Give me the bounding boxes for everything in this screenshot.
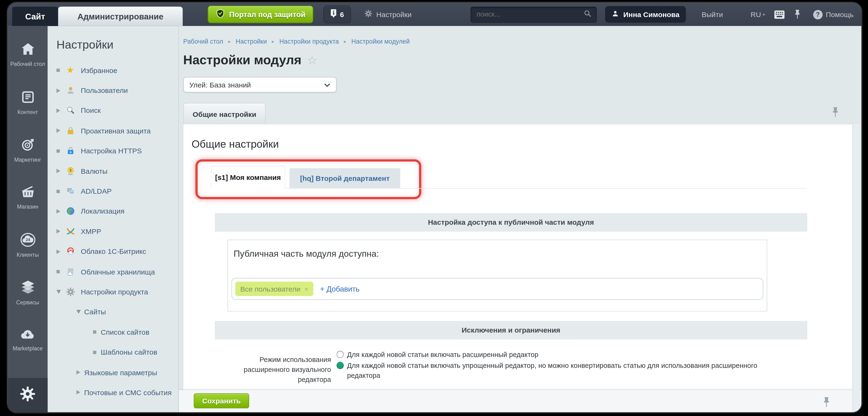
gear-icon: [64, 287, 76, 296]
sidebar-settings-gear[interactable]: [8, 378, 48, 412]
topbar-settings[interactable]: Настройки: [364, 9, 411, 20]
tab-site-hq[interactable]: [hq] Второй департамент: [289, 168, 400, 188]
search-icon[interactable]: [583, 9, 592, 20]
menu-item-adldap[interactable]: AD/LDAP: [57, 181, 178, 201]
triangle-right-bullet: [57, 209, 64, 214]
menu-item-users[interactable]: Пользователи: [57, 81, 178, 100]
module-select[interactable]: Улей: База знаний: [183, 77, 337, 92]
security-status-button[interactable]: Портал под защитой: [208, 5, 313, 23]
menu-item-currencies[interactable]: $ Валюты: [57, 161, 178, 181]
tab-general-settings[interactable]: Общие настройки: [183, 103, 266, 124]
menu-item-https[interactable]: s Настройка HTTPS: [57, 141, 178, 161]
menu-item-label: Список сайтов: [101, 328, 149, 337]
pin-icon[interactable]: [832, 107, 839, 120]
menu-item-language-params[interactable]: Языковые параметры: [76, 362, 178, 383]
breadcrumb-desktop[interactable]: Рабочий стол: [183, 38, 223, 45]
scrollbar-track[interactable]: [852, 124, 860, 412]
access-tag: Все пользователи ×: [235, 282, 313, 296]
menu-item-product-settings[interactable]: Настройки продукта: [57, 282, 178, 302]
menu-item-label: Языковые параметры: [84, 369, 157, 377]
question-icon: ?: [813, 10, 823, 19]
menu-item-favorites[interactable]: ★ Избранное: [57, 60, 178, 81]
help-label: Помощь: [826, 10, 854, 19]
menu-item-site-templates[interactable]: Шаблоны сайтов: [93, 342, 178, 362]
menu-title: Настройки: [57, 38, 178, 52]
page-title: Настройки модуля ☆: [183, 53, 317, 68]
shop-basket-icon: [20, 185, 35, 201]
shield-icon: [215, 8, 225, 21]
access-tag-field[interactable]: Все пользователи × + Добавить: [231, 278, 764, 300]
radio-option-simplified-editor[interactable]: Для каждой новой статьи включать упрощен…: [337, 361, 787, 381]
menu-item-xmpp[interactable]: XMPP: [57, 221, 178, 242]
sidebar-item-shop[interactable]: Магазин: [8, 181, 48, 228]
footer-bar: Сохранить: [179, 389, 861, 412]
lock-yellow-icon: [64, 126, 76, 136]
notifications-badge[interactable]: 6: [323, 5, 351, 23]
editor-mode-field-label: Режим использования расширенного визуаль…: [236, 355, 331, 385]
marketplace-cloud-download-icon: [20, 328, 35, 343]
menu-item-bitrix-cloud[interactable]: Облако 1С-Битрикс: [57, 242, 178, 262]
breadcrumb-separator-icon: ▸: [228, 39, 231, 44]
cloud-storage-icon: [64, 267, 76, 277]
remove-tag-icon[interactable]: ×: [304, 285, 309, 293]
browser-window: Сайт Администрирование Портал под защито…: [8, 3, 861, 412]
svg-text:s: s: [69, 151, 71, 154]
sidebar-item-marketing[interactable]: Маркетинг: [8, 133, 48, 181]
content-area: Рабочий стол ▸ Настройки ▸ Настройки про…: [179, 26, 861, 412]
bitrix-cloud-icon: [64, 247, 76, 256]
menu-item-proactive-protection[interactable]: Проактивная защита: [57, 121, 178, 141]
menu-item-mail-sms-events[interactable]: Почтовые и СМС события: [76, 383, 178, 403]
menu-item-label: Шаблоны сайтов: [101, 348, 157, 356]
radio-option-extended-editor[interactable]: Для каждой новой статьи включать расшире…: [337, 350, 538, 360]
save-button[interactable]: Сохранить: [194, 393, 249, 408]
notifications-count: 6: [340, 10, 344, 19]
breadcrumb-product-settings[interactable]: Настройки продукта: [279, 38, 339, 45]
tab-site[interactable]: Сайт: [12, 7, 58, 26]
logout-link[interactable]: Выйти: [702, 10, 723, 19]
sidebar-item-content[interactable]: Контент: [8, 86, 48, 133]
menu-item-search[interactable]: Поиск: [57, 100, 178, 121]
square-bullet: [57, 69, 64, 72]
breadcrumb-separator-icon: ▸: [272, 39, 274, 44]
menu-item-localization[interactable]: Локализация: [57, 201, 178, 221]
help-link[interactable]: ? Помощь: [813, 10, 854, 19]
language-switcher[interactable]: RU ▾: [751, 10, 765, 19]
favorite-star-icon[interactable]: ☆: [307, 53, 317, 67]
menu-item-sites[interactable]: Сайты: [76, 302, 178, 322]
security-status-label: Портал под защитой: [229, 10, 305, 19]
sidebar-item-clients[interactable]: 24 Клиенты: [8, 228, 48, 276]
tab-administration[interactable]: Администрирование: [58, 7, 183, 26]
breadcrumb: Рабочий стол ▸ Настройки ▸ Настройки про…: [183, 38, 410, 45]
menu-item-site-list[interactable]: Список сайтов: [93, 322, 178, 342]
square-bullet: [57, 190, 64, 193]
pin-icon[interactable]: [823, 397, 831, 411]
user-menu[interactable]: Инна Симонова: [605, 6, 686, 23]
main-area: Рабочий стол Контент Маркетинг Магазин 2…: [8, 26, 861, 412]
sidebar-item-marketplace[interactable]: Marketplace: [8, 324, 48, 371]
menu-item-label: Проактивная защита: [81, 127, 151, 135]
add-access-link[interactable]: + Добавить: [320, 285, 360, 293]
search-box: [470, 6, 597, 23]
icon-sidebar: Рабочий стол Контент Маркетинг Магазин 2…: [8, 26, 48, 412]
radio-unselected-icon[interactable]: [337, 351, 344, 358]
xmpp-icon: [64, 227, 76, 236]
sidebar-item-label: Маркетинг: [10, 157, 45, 163]
menu-item-label: XMPP: [81, 227, 101, 235]
pin-icon[interactable]: [794, 9, 801, 20]
sidebar-item-services[interactable]: Сервисы: [8, 276, 48, 324]
marketing-icon: [21, 138, 35, 154]
search-input[interactable]: [475, 10, 583, 19]
hotkeys-keyboard-icon[interactable]: [774, 10, 785, 19]
exceptions-section-header: Исключения и ограничения: [215, 321, 807, 339]
menu-item-cloud-storage[interactable]: Облачные хранилища: [57, 262, 178, 282]
globe-icon: [64, 207, 76, 216]
radio-selected-icon[interactable]: [337, 362, 344, 369]
svg-text:24: 24: [25, 237, 30, 242]
site-tabs: [s1] Моя компания [hq] Второй департамен…: [211, 167, 807, 189]
sidebar-item-label: Рабочий стол: [10, 61, 45, 67]
breadcrumb-module-settings[interactable]: Настройки модулей: [351, 38, 410, 45]
sidebar-item-desktop[interactable]: Рабочий стол: [8, 38, 48, 86]
tab-site-s1[interactable]: [s1] Моя компания: [211, 166, 285, 189]
menu-item-label: Поиск: [81, 106, 101, 115]
breadcrumb-settings[interactable]: Настройки: [236, 38, 267, 45]
